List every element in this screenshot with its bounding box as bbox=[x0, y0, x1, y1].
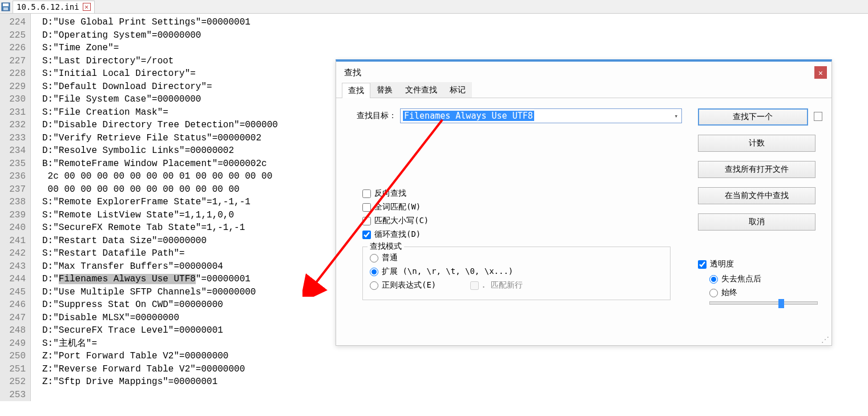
check-whole-word[interactable]: 全词匹配(W) bbox=[362, 202, 691, 212]
line-number: 231 bbox=[2, 106, 26, 119]
line-number: 228 bbox=[2, 67, 26, 80]
dialog-close-button[interactable]: ✕ bbox=[814, 66, 827, 79]
transparency-group: 透明度 失去焦点后 始终 bbox=[698, 259, 822, 305]
dialog-tabs: 查找 替换 文件查找 标记 bbox=[336, 82, 831, 98]
count-button[interactable]: 计数 bbox=[698, 135, 815, 152]
code-line[interactable]: Z:"Reverse Forward Table V2"=00000000 bbox=[42, 363, 868, 376]
chevron-down-icon[interactable]: ▾ bbox=[674, 112, 678, 120]
search-label: 查找目标： bbox=[345, 111, 397, 121]
line-number: 239 bbox=[2, 209, 26, 222]
line-number: 226 bbox=[2, 42, 26, 55]
radio-on-lose-focus[interactable]: 失去焦点后 bbox=[709, 274, 822, 284]
line-number: 252 bbox=[2, 375, 26, 389]
tab-find[interactable]: 查找 bbox=[342, 83, 370, 98]
find-dialog: 查找 ✕ 查找 替换 文件查找 标记 查找目标： Filenames Alway… bbox=[336, 59, 832, 346]
svg-rect-2 bbox=[3, 7, 8, 10]
mode-normal[interactable]: 普通 bbox=[370, 253, 663, 263]
line-number: 240 bbox=[2, 221, 26, 235]
code-line[interactable]: Z:"Port Forward Table V2"=00000000 bbox=[42, 350, 868, 363]
find-next-button[interactable]: 查找下一个 bbox=[698, 108, 808, 126]
line-number: 234 bbox=[2, 144, 26, 157]
line-number-gutter: 2242252262272282292302312322332342352362… bbox=[0, 14, 31, 401]
code-line[interactable] bbox=[42, 389, 868, 402]
mode-extended[interactable]: 扩展 (\n, \r, \t, \0, \x...) bbox=[370, 266, 663, 277]
radio-always[interactable]: 始终 bbox=[709, 288, 822, 298]
find-all-checkbox[interactable] bbox=[814, 112, 822, 121]
mode-regex[interactable]: 正则表达式(E) . 匹配新行 bbox=[370, 280, 663, 290]
code-line[interactable]: S:"Time Zone"= bbox=[42, 42, 868, 55]
tab-bar: 10.5.6.12.ini ✕ bbox=[0, 0, 868, 14]
file-tab-label: 10.5.6.12.ini bbox=[17, 2, 79, 11]
find-all-open-button[interactable]: 查找所有打开文件 bbox=[698, 161, 815, 178]
resize-grip-icon[interactable]: ⋰ bbox=[821, 335, 829, 343]
line-number: 224 bbox=[2, 16, 26, 29]
check-reverse[interactable]: 反向查找 bbox=[362, 188, 691, 199]
search-mode-group: 查找模式 普通 扩展 (\n, \r, \t, \0, \x...) 正则表达式… bbox=[362, 247, 671, 300]
cancel-button[interactable]: 取消 bbox=[698, 213, 815, 231]
check-match-newline: . 匹配新行 bbox=[470, 280, 523, 290]
line-number: 253 bbox=[2, 389, 26, 402]
file-tab[interactable]: 10.5.6.12.ini ✕ bbox=[13, 1, 95, 13]
transparency-slider[interactable] bbox=[709, 301, 818, 305]
line-number: 225 bbox=[2, 29, 26, 42]
line-number: 249 bbox=[2, 337, 26, 350]
find-in-current-button[interactable]: 在当前文件中查找 bbox=[698, 187, 815, 204]
line-number: 244 bbox=[2, 273, 26, 286]
check-wrap[interactable]: 循环查找(D) bbox=[362, 229, 691, 240]
line-number: 233 bbox=[2, 132, 26, 145]
line-number: 241 bbox=[2, 235, 26, 248]
line-number: 238 bbox=[2, 196, 26, 209]
code-line[interactable]: D:"Operating System"=00000000 bbox=[42, 29, 868, 42]
tab-find-in-files[interactable]: 文件查找 bbox=[399, 82, 443, 98]
line-number: 237 bbox=[2, 183, 26, 196]
code-line[interactable]: Z:"Sftp Drive Mappings"=00000001 bbox=[42, 375, 868, 389]
line-number: 232 bbox=[2, 119, 26, 132]
search-mode-label: 查找模式 bbox=[368, 241, 404, 252]
tab-replace[interactable]: 替换 bbox=[370, 82, 399, 98]
line-number: 250 bbox=[2, 350, 26, 363]
line-number: 229 bbox=[2, 80, 26, 94]
line-number: 243 bbox=[2, 260, 26, 273]
line-number: 230 bbox=[2, 93, 26, 106]
dialog-title: 查找 bbox=[344, 67, 814, 78]
search-input[interactable]: Filenames Always Use UTF8 ▾ bbox=[400, 108, 682, 123]
check-match-case[interactable]: 匹配大小写(C) bbox=[362, 216, 691, 226]
line-number: 242 bbox=[2, 247, 26, 260]
line-number: 246 bbox=[2, 298, 26, 312]
check-transparency[interactable]: 透明度 bbox=[698, 259, 822, 269]
code-line[interactable]: D:"Use Global Print Settings"=00000001 bbox=[42, 16, 868, 29]
close-icon[interactable]: ✕ bbox=[83, 3, 91, 11]
search-input-value: Filenames Always Use UTF8 bbox=[403, 111, 534, 121]
line-number: 248 bbox=[2, 324, 26, 337]
line-number: 236 bbox=[2, 170, 26, 183]
line-number: 245 bbox=[2, 286, 26, 299]
save-icon[interactable] bbox=[1, 2, 10, 11]
svg-rect-1 bbox=[3, 3, 9, 6]
slider-thumb[interactable] bbox=[778, 299, 784, 308]
line-number: 235 bbox=[2, 157, 26, 171]
line-number: 247 bbox=[2, 312, 26, 325]
tab-mark[interactable]: 标记 bbox=[443, 82, 472, 98]
line-number: 251 bbox=[2, 363, 26, 376]
line-number: 227 bbox=[2, 55, 26, 68]
